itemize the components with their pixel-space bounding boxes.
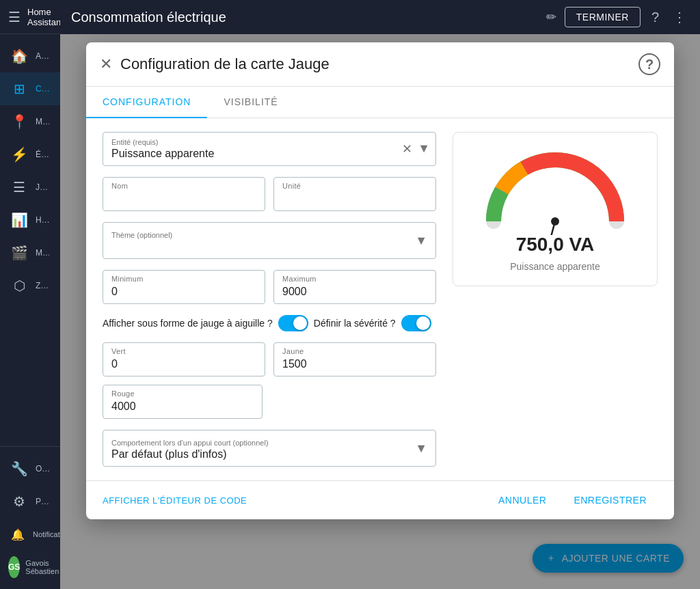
- chevron-down-icon[interactable]: ▼: [418, 141, 430, 156]
- help-icon[interactable]: ?: [649, 7, 662, 28]
- needle-toggle-knob: [293, 316, 307, 330]
- sidebar-item-label: Aper…: [36, 51, 49, 61]
- entity-field-label: Entité (requis): [111, 138, 427, 146]
- sidebar-item-ener[interactable]: ⚡ Éner…: [0, 138, 60, 171]
- footer-actions: ANNULER ENREGISTRER: [487, 489, 658, 511]
- clear-icon[interactable]: ✕: [402, 141, 412, 156]
- sidebar-item-label: Éner…: [36, 150, 49, 159]
- min-max-group: Minimum Maximum: [103, 270, 436, 304]
- sidebar-item-label: Zigb…: [36, 281, 49, 290]
- severity-toggle-group: Définir la sévérité ?: [314, 315, 431, 331]
- needle-toggle[interactable]: [278, 315, 308, 331]
- close-icon[interactable]: ✕: [100, 57, 112, 72]
- code-editor-button[interactable]: AFFICHER L'ÉDITEUR DE CODE: [103, 495, 247, 506]
- theme-field[interactable]: Thème (optionnel) ▼: [103, 222, 436, 259]
- theme-label: Thème (optionnel): [111, 231, 427, 239]
- sidebar-item-label: Hist…: [36, 215, 49, 225]
- media-icon: 🎬: [11, 245, 27, 261]
- dialog-body: Entité (requis) Puissance apparente ✕ ▼ …: [86, 118, 674, 480]
- page-title: Consommation électrique: [71, 10, 538, 25]
- sidebar-item-label: Jour…: [36, 182, 49, 192]
- dialog-tabs: CONFIGURATION VISIBILITÉ: [86, 87, 674, 118]
- jaune-label: Jaune: [282, 347, 304, 355]
- minimum-field[interactable]: Minimum: [103, 270, 265, 304]
- bell-icon: 🔔: [11, 528, 25, 541]
- gauge-label: Puissance apparente: [510, 261, 600, 272]
- unite-field[interactable]: Unité: [273, 177, 436, 211]
- gauge-svg: [480, 146, 630, 235]
- dialog-help-button[interactable]: ?: [638, 53, 660, 75]
- entity-field-actions: ✕ ▼: [402, 141, 430, 156]
- save-button[interactable]: ENREGISTRER: [563, 489, 658, 511]
- nom-field[interactable]: Nom: [103, 177, 265, 211]
- sidebar-bottom: 🔧 Outils ⚙ Para… 🔔 Notifications 1 GS Ga…: [0, 446, 60, 589]
- lightning-icon: ⚡: [11, 146, 27, 163]
- severity-toggle[interactable]: [401, 315, 431, 331]
- dialog-footer: AFFICHER L'ÉDITEUR DE CODE ANNULER ENREG…: [86, 480, 674, 519]
- maximum-field[interactable]: Maximum: [273, 270, 436, 304]
- toggle-row: Afficher sous forme de jauge à aiguille …: [103, 315, 436, 331]
- sidebar-item-med[interactable]: 🎬 Méd…: [0, 236, 60, 269]
- sidebar-item-cons[interactable]: ⊞ Cons…: [0, 72, 60, 105]
- nom-label: Nom: [111, 182, 128, 190]
- sidebar-item-outils[interactable]: 🔧 Outils: [0, 452, 60, 485]
- entity-field[interactable]: Entité (requis) Puissance apparente ✕ ▼: [103, 132, 436, 166]
- dialog-preview: 750,0 VA Puissance apparente: [453, 132, 658, 467]
- behavior-field[interactable]: Comportement lors d'un appui court (opti…: [103, 430, 436, 467]
- app-title: Home Assistant: [27, 7, 64, 27]
- gauge-value: 750,0 VA: [516, 234, 595, 256]
- unite-label: Unité: [282, 182, 301, 190]
- sidebar-user[interactable]: GS Gavois Sébastien: [0, 551, 60, 584]
- terminate-button[interactable]: TERMINER: [565, 7, 641, 27]
- behavior-label: Comportement lors d'un appui court (opti…: [111, 439, 427, 447]
- rouge-field[interactable]: Rouge: [103, 385, 262, 419]
- vert-label: Vert: [111, 347, 126, 355]
- sidebar-item-label: Outils: [36, 464, 49, 474]
- sidebar-item-label: Méd…: [36, 248, 49, 258]
- sidebar-item-label: Map: [36, 117, 49, 126]
- vert-input[interactable]: [111, 351, 256, 370]
- sidebar-item-label: Para…: [36, 497, 49, 506]
- maximum-label: Maximum: [282, 275, 317, 283]
- gauge-pivot: [551, 217, 559, 225]
- dialog-title: Configuration de la carte Jauge: [120, 55, 630, 73]
- menu-icon[interactable]: ☰: [8, 9, 21, 25]
- behavior-value: Par défaut (plus d'infos): [111, 447, 427, 461]
- list-icon: ☰: [11, 179, 27, 195]
- sidebar-item-hist[interactable]: 📊 Hist…: [0, 204, 60, 236]
- tab-configuration[interactable]: CONFIGURATION: [86, 87, 207, 118]
- zigbee-icon: ⬡: [11, 277, 27, 294]
- vert-jaune-group: Vert Jaune: [103, 342, 436, 376]
- dialog: ✕ Configuration de la carte Jauge ? CONF…: [86, 42, 674, 519]
- nom-input[interactable]: [111, 186, 256, 205]
- severity-toggle-knob: [416, 316, 430, 330]
- home-icon: 🏠: [11, 48, 27, 64]
- sidebar-item-map[interactable]: 📍 Map: [0, 105, 60, 138]
- gauge-visual: [480, 146, 630, 228]
- sidebar-item-zigb[interactable]: ⬡ Zigb…: [0, 269, 60, 302]
- jaune-field[interactable]: Jaune: [273, 342, 436, 376]
- sidebar-nav: 🏠 Aper… ⊞ Cons… 📍 Map ⚡ Éner… ☰ Jour… 📊 …: [0, 34, 60, 446]
- unite-input[interactable]: [282, 186, 427, 205]
- sidebar-item-jour[interactable]: ☰ Jour…: [0, 171, 60, 204]
- more-icon[interactable]: ⋮: [670, 6, 689, 28]
- sidebar-notifications[interactable]: 🔔 Notifications 1: [0, 518, 60, 551]
- jaune-input[interactable]: [282, 351, 427, 370]
- tab-visibilite[interactable]: VISIBILITÉ: [207, 87, 294, 118]
- grid-icon: ⊞: [11, 81, 27, 97]
- sidebar-header: ☰ Home Assistant: [0, 0, 60, 34]
- chart-icon: 📊: [11, 212, 27, 228]
- severity-toggle-label: Définir la sévérité ?: [314, 318, 396, 329]
- cancel-button[interactable]: ANNULER: [487, 489, 557, 511]
- page-background: ✕ Configuration de la carte Jauge ? CONF…: [60, 34, 700, 589]
- vert-field[interactable]: Vert: [103, 342, 265, 376]
- dialog-header: ✕ Configuration de la carte Jauge ?: [86, 42, 674, 87]
- avatar: GS: [8, 556, 20, 578]
- sidebar-item-para[interactable]: ⚙ Para…: [0, 485, 60, 518]
- entity-field-value: Puissance apparente: [111, 148, 427, 160]
- sidebar-item-apercu[interactable]: 🏠 Aper…: [0, 40, 60, 72]
- chevron-down-icon: ▼: [415, 441, 427, 456]
- theme-value: [111, 239, 427, 253]
- tools-icon: 🔧: [11, 461, 27, 477]
- edit-icon[interactable]: ✏: [546, 10, 556, 25]
